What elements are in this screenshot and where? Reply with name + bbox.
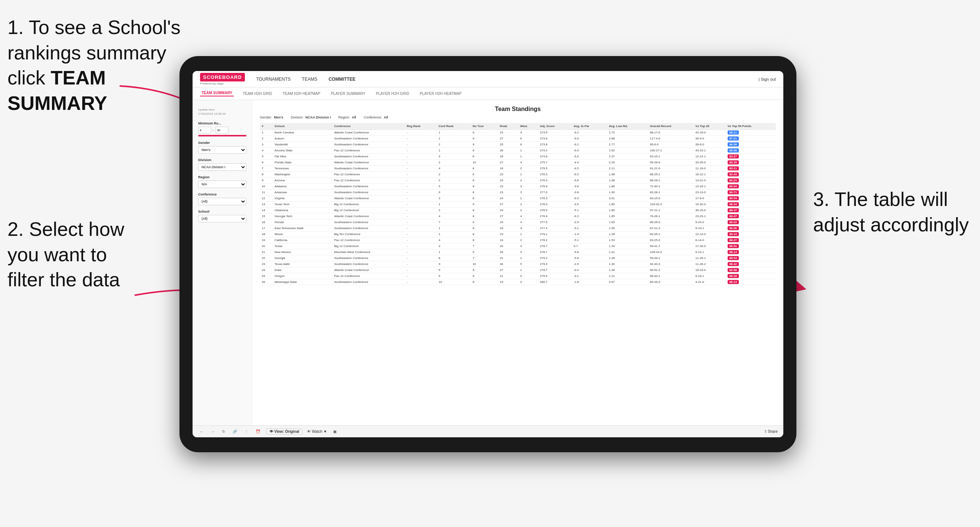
logo-sub: Powered by clippi: [200, 82, 245, 85]
tab-player-summary[interactable]: PLAYER SUMMARY: [329, 92, 367, 96]
table-row: 4 Arizona State Pac-12 Conference - 1 8 …: [260, 148, 776, 154]
filter-school-select[interactable]: (All): [198, 215, 247, 222]
table-header-row: # School Conference Reg Rank Conf Rank N…: [260, 123, 776, 130]
filter-gender-label: Gender: [198, 141, 247, 144]
table-row: 6 Florida State Atlantic Coast Conferenc…: [260, 160, 776, 165]
filter-gender-select[interactable]: Men's Women's: [198, 146, 247, 154]
col-overall: Overall Record: [648, 123, 694, 130]
col-rnds: Rnds: [498, 123, 519, 130]
toolbar-grid[interactable]: ▣: [332, 429, 338, 434]
table-row: 15 Georgia Tech Atlantic Coast Conferenc…: [260, 213, 776, 219]
share-btn[interactable]: ⇧ Share: [764, 429, 778, 433]
table-row: 23 Texas A&M Southeastern Conference - 9…: [260, 261, 776, 267]
watch-btn[interactable]: 👁 Watch ▼: [307, 429, 327, 433]
table-row: 18 Illinois Big Ten Conference - 1 8 23 …: [260, 231, 776, 237]
table-row: 7 Tennessee Southeastern Conference - 4 …: [260, 165, 776, 171]
filter-school-label: School: [198, 210, 247, 213]
table-row: 17 East Tennessee State Southeastern Con…: [260, 225, 776, 231]
table-row: 13 Texas Tech Big 12 Conference - 1 9 27…: [260, 202, 776, 208]
logo: SCOREBOARD: [200, 73, 245, 81]
filter-region: Region N/A All: [198, 175, 247, 188]
toolbar-forward[interactable]: →: [209, 429, 216, 434]
table-row: 9 Arizona Pac-12 Conference - 2 8 23 2 2…: [260, 178, 776, 184]
table-row: 22 Georgia Southeastern Conference - 8 7…: [260, 255, 776, 261]
gender-label: Gender:: [260, 116, 272, 119]
sidebar: Update time: 27/03/2024 16:56:26 Minimum…: [192, 100, 252, 425]
table-row: 25 Oregon Pac-12 Conference - 5 9 21 0 2…: [260, 273, 776, 279]
view-original-btn[interactable]: 👁 View: Original: [266, 428, 302, 435]
instruction-3: 3. The table will adjust accordingly: [813, 187, 969, 237]
col-conf-rank: Conf Rank: [437, 123, 471, 130]
table-filters-row: Gender: Men's Division: NCAA Division I …: [260, 116, 776, 119]
conference-label: Conference:: [363, 116, 382, 119]
toolbar-back[interactable]: ←: [198, 429, 205, 434]
col-vs-top25: Vs Top 25: [694, 123, 726, 130]
filter-school: School (All): [198, 210, 247, 222]
filter-min-rounds: Minimum Ro... -: [198, 121, 247, 137]
filter-max-input[interactable]: [215, 127, 229, 133]
division-label: Division:: [291, 116, 304, 119]
nav-committee[interactable]: COMMITTEE: [329, 76, 356, 83]
table-row: 5 Ole Miss Southeastern Conference - 3 6…: [260, 154, 776, 160]
filter-region-label: Region: [198, 175, 247, 179]
table-row: 1 North Carolina Atlantic Coast Conferen…: [260, 130, 776, 136]
tab-team-summary[interactable]: TEAM SUMMARY: [200, 91, 234, 97]
table-row: 21 New Mexico Mountain West Conference -…: [260, 249, 776, 255]
tab-team-h2h-grid[interactable]: TEAM H2H GRID: [241, 92, 273, 96]
col-wins: Wins: [518, 123, 538, 130]
col-reg-rank: Reg Rank: [405, 123, 437, 130]
gender-value: Men's: [274, 116, 283, 119]
filter-region-select[interactable]: N/A All: [198, 181, 247, 188]
toolbar-more[interactable]: ⋮: [243, 429, 250, 434]
filter-min-rounds-label: Minimum Ro...: [198, 121, 247, 125]
col-avg-low: Avg. Low Rd.: [607, 123, 648, 130]
table-row: 20 Texas Big 12 Conference - 3 7 20 3 27…: [260, 243, 776, 249]
tab-player-h2h-grid[interactable]: PLAYER H2H GRID: [374, 92, 410, 96]
nav-tournaments[interactable]: TOURNAMENTS: [256, 76, 291, 83]
toolbar-refresh[interactable]: ↻: [221, 429, 227, 434]
filter-slider[interactable]: [198, 135, 247, 137]
col-school: School: [272, 123, 332, 130]
filter-division-label: Division: [198, 158, 247, 162]
toolbar-clock[interactable]: ⏰: [254, 429, 262, 434]
standings-table: # School Conference Reg Rank Conf Rank N…: [260, 123, 776, 285]
col-no-tour: No Tour: [471, 123, 498, 130]
table-row: 19 California Pac-12 Conference - 4 8 24…: [260, 237, 776, 243]
col-rank: #: [260, 123, 272, 130]
region-value: All: [352, 116, 356, 119]
filter-conference-select[interactable]: (All): [198, 198, 247, 205]
update-time: Update time: 27/03/2024 16:56:26: [198, 108, 247, 116]
col-adj-score: Adj. Score: [538, 123, 572, 130]
sign-out[interactable]: | Sign out: [759, 77, 776, 81]
col-vs-top50: Vs Top 50 Points: [726, 123, 776, 130]
table-row: 8 Washington Pac-12 Conference - 2 8 23 …: [260, 171, 776, 178]
logo-area: SCOREBOARD Powered by clippi: [200, 73, 245, 85]
content-area: Team Standings Gender: Men's Division: N…: [252, 100, 783, 425]
nav-teams[interactable]: TEAMS: [302, 76, 317, 83]
tab-team-h2h-heatmap[interactable]: TEAM H2H HEATMAP: [281, 92, 322, 96]
tablet-screen: SCOREBOARD Powered by clippi TOURNAMENTS…: [192, 71, 783, 437]
filter-min-input[interactable]: [198, 127, 211, 133]
table-row: 26 Mississippi State Southeastern Confer…: [260, 279, 776, 285]
table-row: 10 Alabama Southeastern Conference - 5 8…: [260, 184, 776, 189]
table-row: 3 Vanderbilt Southeastern Conference - 2…: [260, 142, 776, 148]
division-value: NCAA Division I: [305, 116, 331, 119]
table-title: Team Standings: [260, 106, 776, 113]
filter-gender: Gender Men's Women's: [198, 141, 247, 154]
table-row: 2 Auburn Southeastern Conference - 1 9 2…: [260, 136, 776, 142]
instruction-2: 2. Select how you want to filter the dat…: [8, 217, 124, 293]
bottom-toolbar: ← → ↻ 🔗 ⋮ ⏰ 👁 View: Original 👁 Watch ▼ ▣…: [192, 425, 783, 437]
col-avg-par: Avg. to Par: [572, 123, 607, 130]
filter-division: Division NCAA Division I NCAA Division I…: [198, 158, 247, 171]
sub-nav: TEAM SUMMARY TEAM H2H GRID TEAM H2H HEAT…: [192, 87, 783, 100]
region-label: Region:: [338, 116, 350, 119]
filter-conference-label: Conference: [198, 192, 247, 196]
table-row: 12 Virginia Atlantic Coast Conference - …: [260, 195, 776, 202]
filter-division-select[interactable]: NCAA Division I NCAA Division II NCAA Di…: [198, 163, 247, 171]
toolbar-share2[interactable]: 🔗: [231, 429, 239, 434]
filter-conference: Conference (All): [198, 192, 247, 205]
main-content: Update time: 27/03/2024 16:56:26 Minimum…: [192, 100, 783, 425]
tablet: SCOREBOARD Powered by clippi TOURNAMENTS…: [180, 56, 796, 452]
tab-player-h2h-heatmap[interactable]: PLAYER H2H HEATMAP: [418, 92, 463, 96]
conference-value: All: [383, 116, 388, 119]
